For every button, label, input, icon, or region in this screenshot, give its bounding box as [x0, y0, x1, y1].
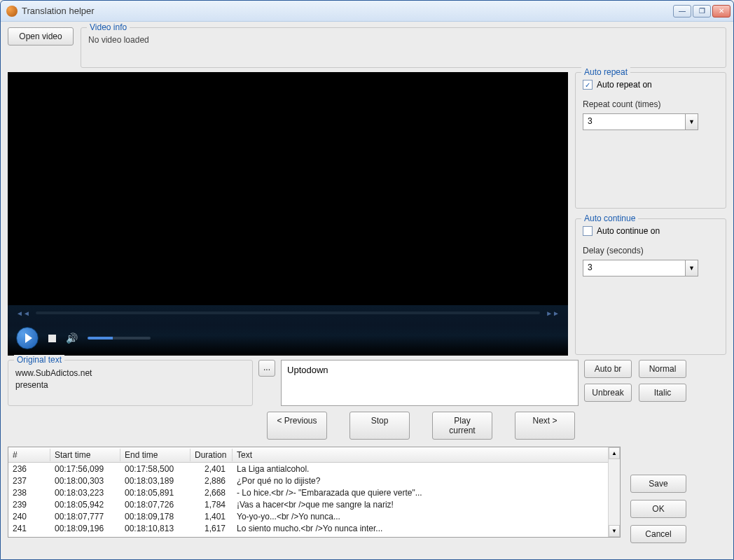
col-start-time[interactable]: Start time [50, 449, 120, 461]
repeat-count-value: 3 [583, 114, 685, 130]
translation-helper-window: Translation helper — ❐ ✕ Open video Vide… [0, 0, 734, 560]
vertical-scrollbar[interactable]: ▲ ▼ [608, 447, 620, 537]
original-text-legend: Original text [14, 355, 64, 365]
auto-repeat-group: Auto repeat ✓ Auto repeat on Repeat coun… [575, 72, 726, 209]
open-video-button[interactable]: Open video [8, 27, 74, 46]
scroll-down-icon[interactable]: ▼ [609, 525, 620, 537]
delay-combo[interactable]: 3 ▼ [583, 260, 698, 276]
player-controls-bar: ◄◄ ►► 🔊 [8, 305, 568, 356]
normal-button[interactable]: Normal [639, 360, 686, 378]
stop-button[interactable] [48, 335, 56, 342]
col-number[interactable]: # [8, 449, 50, 461]
cancel-button[interactable]: Cancel [630, 525, 686, 543]
chevron-down-icon[interactable]: ▼ [685, 260, 698, 276]
original-text-content: www.SubAdictos.net presenta [15, 368, 245, 391]
delay-label: Delay (seconds) [583, 246, 719, 255]
app-icon [6, 6, 18, 17]
video-info-legend: Video info [87, 22, 130, 32]
scroll-up-icon[interactable]: ▲ [609, 447, 620, 459]
table-row[interactable]: 23700:18:00,30300:18:03,1892,886¿Por qué… [8, 475, 620, 486]
table-row[interactable]: 23900:18:05,94200:18:07,7261,784¡Vas a h… [8, 498, 620, 510]
volume-slider[interactable] [88, 337, 151, 340]
content-area: Open video Video info No video loaded ◄◄… [1, 22, 733, 559]
auto-repeat-checkbox[interactable]: ✓ [583, 80, 593, 90]
subtitle-table[interactable]: # Start time End time Duration Text 2360… [8, 447, 621, 538]
chevron-down-icon[interactable]: ▼ [685, 114, 698, 130]
play-button[interactable] [16, 327, 39, 349]
play-icon [25, 333, 32, 343]
auto-continue-legend: Auto continue [581, 214, 638, 223]
unbreak-button[interactable]: Unbreak [584, 384, 632, 402]
italic-button[interactable]: Italic [639, 384, 686, 402]
save-button[interactable]: Save [630, 475, 686, 493]
auto-continue-checkbox-label: Auto continue on [597, 226, 660, 236]
delay-value: 3 [583, 260, 685, 276]
previous-button[interactable]: < Previous [267, 412, 327, 440]
seek-back-icon[interactable]: ◄◄ [16, 309, 30, 317]
window-controls: — ❐ ✕ [673, 5, 730, 18]
video-info-group: Video info No video loaded [81, 27, 726, 68]
col-end-time[interactable]: End time [120, 449, 191, 461]
table-row[interactable]: 23800:18:03,22300:18:05,8912,668- Lo hic… [8, 486, 620, 498]
original-text-line2: presenta [15, 379, 245, 391]
auto-br-button[interactable]: Auto br [584, 360, 632, 378]
video-player[interactable]: ◄◄ ►► 🔊 [8, 72, 568, 356]
seek-slider[interactable] [36, 312, 540, 314]
translation-input[interactable]: Uptodown [281, 360, 579, 406]
browse-button[interactable]: ... [258, 360, 275, 377]
col-text[interactable]: Text [233, 449, 620, 461]
maximize-button[interactable]: ❐ [693, 5, 711, 18]
table-row[interactable]: 24000:18:07,77700:18:09,1781,401Yo-yo-yo… [8, 510, 620, 522]
video-info-status: No video loaded [88, 35, 719, 45]
stop-button[interactable]: Stop [349, 412, 410, 440]
volume-icon[interactable]: 🔊 [66, 332, 78, 344]
nav-buttons-row: < Previous Stop Play current Next > [267, 410, 575, 442]
original-text-line1: www.SubAdictos.net [15, 368, 245, 379]
window-title: Translation helper [22, 6, 673, 16]
minimize-button[interactable]: — [673, 5, 691, 18]
table-header: # Start time End time Duration Text [8, 447, 620, 463]
auto-repeat-legend: Auto repeat [581, 67, 630, 77]
auto-repeat-checkbox-label: Auto repeat on [597, 80, 652, 90]
close-button[interactable]: ✕ [712, 5, 730, 18]
ok-button[interactable]: OK [630, 500, 686, 518]
col-duration[interactable]: Duration [191, 449, 233, 461]
auto-continue-group: Auto continue Auto continue on Delay (se… [575, 218, 726, 355]
table-body: 23600:17:56,09900:17:58,5002,401La Liga … [8, 463, 620, 537]
original-text-group: Original text www.SubAdictos.net present… [8, 360, 253, 406]
repeat-count-label: Repeat count (times) [583, 99, 719, 109]
play-current-button[interactable]: Play current [432, 412, 492, 440]
auto-continue-checkbox[interactable] [583, 226, 593, 236]
repeat-count-combo[interactable]: 3 ▼ [583, 113, 698, 130]
next-button[interactable]: Next > [515, 412, 575, 440]
scroll-track[interactable] [609, 459, 620, 525]
table-row[interactable]: 24100:18:09,19600:18:10,8131,617Lo sient… [8, 522, 620, 534]
seek-forward-icon[interactable]: ►► [546, 309, 560, 317]
titlebar[interactable]: Translation helper — ❐ ✕ [1, 1, 733, 22]
table-row[interactable]: 23600:17:56,09900:17:58,5002,401La Liga … [8, 463, 620, 475]
